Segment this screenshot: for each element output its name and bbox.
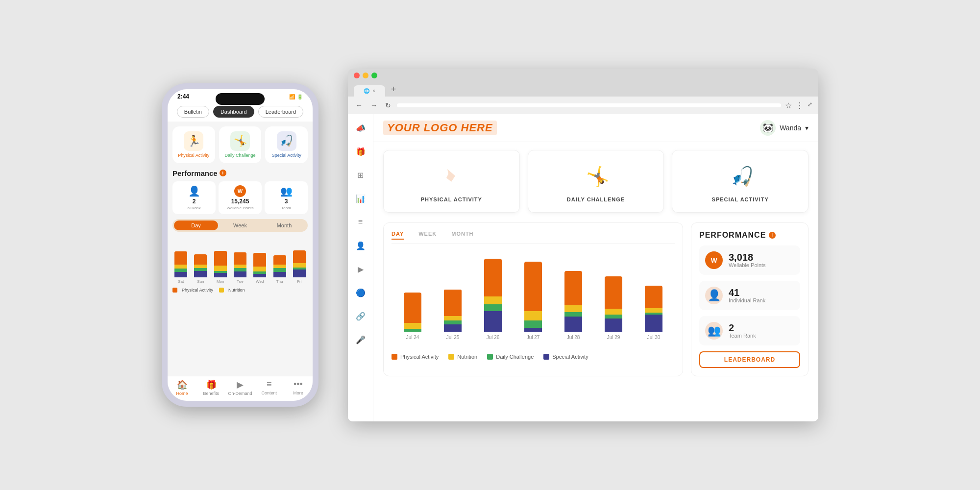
web-bar-purple — [444, 324, 462, 332]
day-tab-week[interactable]: Week — [218, 220, 262, 230]
perf-card-individual: 👤 41 Individual Rank — [699, 281, 800, 310]
web-card-special[interactable]: 🎣 SPECIAL ACTIVITY — [672, 150, 808, 213]
web-challenge-label: DAILY CHALLENGE — [567, 196, 625, 202]
user-name: Wanda — [780, 124, 801, 132]
bar-day-label: Fri — [297, 279, 301, 284]
bottom-more[interactable]: ••• More — [284, 379, 313, 396]
bottom-content[interactable]: ≡ Content — [255, 379, 284, 396]
bar-orange — [253, 253, 266, 267]
web-bar-yellow — [404, 323, 421, 329]
minimize-dot[interactable] — [363, 73, 368, 78]
web-bar-orange — [645, 286, 662, 308]
sidebar-chart[interactable]: 📊 — [353, 191, 368, 206]
phone-activity-challenge[interactable]: 🤸 Daily Challenge — [219, 126, 262, 163]
sidebar-gift[interactable]: 🎁 — [353, 144, 368, 159]
legend-physical-web: Physical Activity — [392, 354, 439, 360]
bar-yellow — [214, 266, 227, 271]
browser-toolbar-icons: ☆ ⋮ ⤢ — [785, 101, 812, 110]
perf-points-info: 3,018 Wellable Points — [729, 252, 766, 268]
tab-week[interactable]: WEEK — [418, 231, 437, 240]
sidebar-circle[interactable]: 🔵 — [353, 285, 368, 300]
close-dot[interactable] — [354, 73, 360, 78]
web-bar-orange — [564, 271, 582, 305]
forward-button[interactable]: → — [368, 100, 379, 110]
reload-button[interactable]: ↻ — [383, 100, 393, 110]
phone-perf-cards: 👤 2 al Rank W 15,245 Wellable Points 👥 3… — [172, 181, 308, 214]
leaderboard-button[interactable]: LEADERBOARD — [699, 351, 800, 368]
bar-purple — [234, 271, 246, 277]
bar-day-label: Sat — [178, 279, 184, 284]
tab-close[interactable]: × — [372, 88, 375, 94]
bar-orange — [194, 254, 207, 265]
bookmark-icon[interactable]: ☆ — [785, 101, 792, 110]
tab-day[interactable]: DAY — [392, 231, 404, 240]
menu-icon[interactable]: ⋮ — [796, 101, 804, 110]
tab-leaderboard[interactable]: Leaderboard — [258, 106, 303, 118]
sidebar-mic[interactable]: 🎤 — [353, 332, 368, 347]
bottom-home[interactable]: 🏠 Home — [168, 379, 196, 396]
bar-orange — [234, 252, 246, 265]
web-bar-green — [444, 320, 462, 324]
web-bar-orange — [484, 259, 502, 296]
app-sidebar: 📣 🎁 ⊞ 📊 ≡ 👤 ▶ 🔵 🔗 🎤 — [348, 114, 373, 421]
bar-yellow — [273, 265, 286, 268]
maximize-dot[interactable] — [371, 73, 377, 78]
day-tab-day[interactable]: Day — [174, 220, 218, 230]
web-bar-orange — [605, 276, 622, 309]
web-bar-purple — [524, 328, 542, 332]
home-icon: 🏠 — [177, 379, 188, 390]
address-bar[interactable] — [397, 103, 781, 107]
physical-label: Physical Activity — [178, 153, 209, 158]
bar-orange — [174, 251, 187, 264]
sidebar-list[interactable]: ≡ — [353, 214, 368, 230]
sidebar-user[interactable]: 👤 — [353, 238, 368, 253]
sidebar-play[interactable]: ▶ — [353, 261, 368, 277]
bottom-benefits[interactable]: 🎁 Benefits — [196, 379, 225, 396]
web-card-challenge[interactable]: 🤸 DAILY CHALLENGE — [528, 150, 664, 213]
phone-activity-physical[interactable]: 🏃 Physical Activity — [172, 126, 215, 163]
web-bar-yellow — [484, 296, 502, 304]
app-logo: YOUR LOGO HERE — [383, 121, 497, 135]
web-bar-group: Jul 30 — [637, 286, 671, 340]
perf-card-team: 👥 3 Team — [265, 181, 308, 214]
phone-screen: 2:44 📶 🔋 Bulletin Dashboard Leaderboard — [168, 89, 313, 401]
web-bar-label: Jul 29 — [607, 335, 620, 340]
bar-purple — [293, 270, 306, 277]
web-bar-group: Jul 29 — [596, 276, 631, 340]
sidebar-grid[interactable]: ⊞ — [353, 167, 368, 183]
web-physical-icon: 🏃 — [436, 160, 467, 192]
perf-info-icon: i — [769, 232, 776, 239]
bar-purple — [253, 274, 266, 277]
phone-activity-special[interactable]: 🎣 Special Activity — [265, 126, 308, 163]
sidebar-link[interactable]: 🔗 — [353, 308, 368, 324]
web-bar-green — [564, 312, 582, 317]
browser-chrome: 🌐 × + — [348, 69, 818, 97]
bottom-ondemand[interactable]: ▶ On-Demand — [225, 379, 254, 396]
sidebar-megaphone[interactable]: 📣 — [353, 120, 368, 136]
back-button[interactable]: ← — [354, 100, 365, 110]
browser-tab-active[interactable]: 🌐 × — [354, 85, 385, 97]
new-tab-button[interactable]: + — [387, 82, 400, 97]
web-bar-purple — [564, 317, 582, 332]
web-bar-label: Jul 24 — [406, 335, 419, 340]
user-dropdown-icon[interactable]: ▾ — [805, 124, 808, 132]
phone-bottom-nav: 🏠 Home 🎁 Benefits ▶ On-Demand ≡ Content … — [168, 376, 313, 401]
app-main: YOUR LOGO HERE 🐼 Wanda ▾ — [373, 114, 818, 421]
tab-dashboard[interactable]: Dashboard — [213, 106, 254, 118]
phone-day-tabs: Day Week Month — [172, 219, 308, 232]
perf-card-points: W 15,245 Wellable Points — [219, 181, 262, 214]
phone-content: 🏃 Physical Activity 🤸 Daily Challenge 🎣 — [168, 122, 313, 376]
web-card-physical[interactable]: 🏃 PHYSICAL ACTIVITY — [383, 150, 520, 213]
user-menu[interactable]: 🐼 Wanda ▾ — [760, 120, 808, 136]
user-avatar: 🐼 — [760, 120, 776, 136]
day-tab-month[interactable]: Month — [262, 220, 306, 230]
browser-window: 🌐 × + ← → ↻ ☆ ⋮ ⤢ 📣 🎁 ⊞ 📊 ≡ 👤 ▶ 🔵 🔗 — [348, 69, 818, 421]
bar-purple — [214, 273, 227, 277]
tab-bulletin[interactable]: Bulletin — [177, 106, 209, 118]
phone-bar-group: Tue — [232, 252, 248, 284]
web-bar-group: Jul 27 — [516, 262, 550, 340]
expand-icon[interactable]: ⤢ — [808, 101, 812, 110]
bar-yellow — [194, 265, 207, 268]
tab-month[interactable]: MONTH — [451, 231, 473, 240]
web-challenge-icon: 🤸 — [580, 160, 612, 192]
